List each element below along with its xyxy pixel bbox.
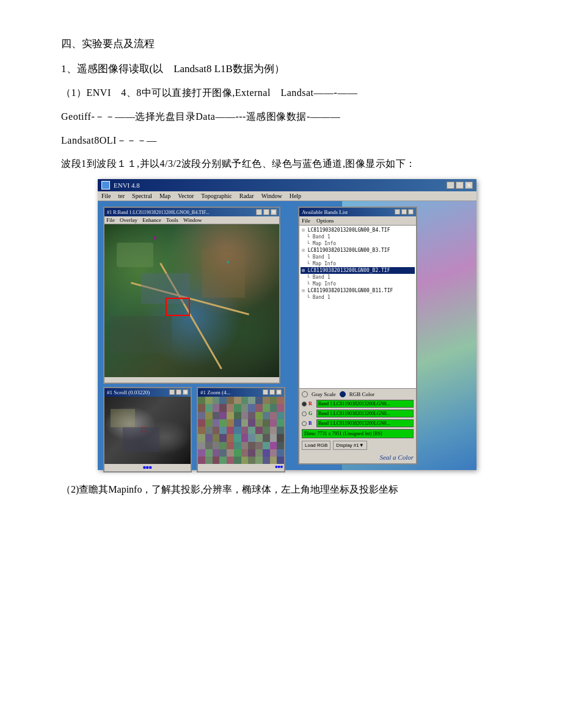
band-b11-band1[interactable]: └ Band 1 xyxy=(301,294,415,301)
px xyxy=(213,449,220,457)
px xyxy=(270,427,277,434)
menu-help[interactable]: Help xyxy=(290,193,301,199)
px xyxy=(277,419,284,427)
band-file-b11[interactable]: ⊞ LC81190382013200LGN00_B11.TIF xyxy=(301,287,415,294)
zoom-image xyxy=(198,397,284,464)
px xyxy=(227,457,234,464)
px xyxy=(270,419,277,427)
gray-scale-radio[interactable] xyxy=(302,391,308,397)
scroll-window: #1 Scroll (0.03220) _ □ ✕ ■■■ xyxy=(103,387,192,472)
px xyxy=(198,457,205,464)
img-menu-window[interactable]: Window xyxy=(183,217,202,223)
px xyxy=(263,419,270,427)
zoom-close[interactable]: ✕ xyxy=(276,389,282,395)
px xyxy=(248,442,255,449)
bands-menu-file[interactable]: File xyxy=(302,218,310,224)
px xyxy=(270,397,277,404)
menu-map[interactable]: Map xyxy=(159,193,170,199)
px xyxy=(234,404,241,411)
display-button[interactable]: Display #1▼ xyxy=(333,441,367,450)
bands-maximize[interactable]: □ xyxy=(401,209,407,215)
bands-close[interactable]: ✕ xyxy=(408,209,414,215)
spot1 xyxy=(153,237,156,240)
img-win-controls[interactable]: _ □ ✕ xyxy=(256,209,277,215)
band-b3-mapinfo[interactable]: └ Map Info xyxy=(301,260,415,267)
b-radio[interactable] xyxy=(302,421,307,426)
main-image-window: #1 R:Band 1:LC81190382013200LGNO0_B4.TIF… xyxy=(103,207,280,384)
img-maximize[interactable]: □ xyxy=(263,209,269,215)
px xyxy=(205,434,213,441)
load-rgb-button[interactable]: Load RGB xyxy=(302,441,330,450)
sat-bg xyxy=(104,224,279,377)
px xyxy=(205,427,213,434)
scroll-minimize[interactable]: _ xyxy=(169,389,175,395)
g-label: G xyxy=(308,411,315,416)
scroll-win-controls[interactable]: _ □ ✕ xyxy=(169,389,188,395)
bands-menu-options[interactable]: Options xyxy=(316,218,334,224)
zoom-minimize[interactable]: _ xyxy=(263,389,268,395)
band-b2-mapinfo[interactable]: └ Map Info xyxy=(301,281,415,287)
load-row: Load RGB Display #1▼ xyxy=(302,441,414,450)
minimize-button[interactable]: _ xyxy=(447,182,454,189)
zoom-win-controls[interactable]: _ □ ✕ xyxy=(263,389,282,395)
img-menu-tools[interactable]: Tools xyxy=(166,217,178,223)
img-menu-enhance[interactable]: Enhance xyxy=(142,217,161,223)
menu-radar[interactable]: Radar xyxy=(239,193,254,199)
px xyxy=(234,419,241,427)
px xyxy=(205,412,213,419)
img-minimize[interactable]: _ xyxy=(256,209,262,215)
b-label: B xyxy=(308,421,315,426)
px xyxy=(263,442,270,449)
bands-minimize[interactable]: _ xyxy=(395,209,400,215)
px xyxy=(234,434,241,441)
band-b2-band1[interactable]: └ Band 1 xyxy=(301,274,415,281)
band-b4-band1[interactable]: └ Band 1 xyxy=(301,233,415,240)
envi-win-controls[interactable]: _ □ ✕ xyxy=(447,182,473,189)
px xyxy=(241,404,249,411)
scroll-maximize[interactable]: □ xyxy=(176,389,181,395)
bottom-note: （2)查瞻其Mapinfo，了解其投影,分辨率，椭球体，左上角地理坐标及投影坐标 xyxy=(61,481,513,499)
px xyxy=(255,419,263,427)
img-menu-file[interactable]: File xyxy=(106,217,115,223)
b-band-selector[interactable]: Band 1:LC81190382013200LGN0... xyxy=(316,419,414,427)
bands-list[interactable]: ⊞ LC81190382013200LGN00_B4.TIF └ Band 1 … xyxy=(299,226,416,388)
g-radio[interactable] xyxy=(302,411,307,416)
img-close[interactable]: ✕ xyxy=(271,209,277,215)
band-b3-band1[interactable]: └ Band 1 xyxy=(301,254,415,260)
menu-ter[interactable]: ter xyxy=(119,193,125,199)
bands-title-text: Available Bands List xyxy=(302,209,348,215)
maximize-button[interactable]: □ xyxy=(456,182,464,189)
close-button[interactable]: ✕ xyxy=(465,182,473,189)
bands-win-controls[interactable]: _ □ ✕ xyxy=(395,209,414,215)
menu-window[interactable]: Window xyxy=(261,193,282,199)
band-file-b3[interactable]: ⊞ LC81190382013200LGN00_B3.TIF xyxy=(301,247,415,254)
px xyxy=(213,442,220,449)
img-menu-overlay[interactable]: Overlay xyxy=(120,217,137,223)
px xyxy=(277,412,284,419)
scale-radio-row: Gray Scale RGB Color xyxy=(302,391,414,397)
scroll-detail-2 xyxy=(123,427,159,452)
r-band-selector[interactable]: Band 1:LC81190382013200LGN0... xyxy=(316,400,414,408)
px xyxy=(227,442,234,449)
px xyxy=(270,457,277,464)
menu-topographic[interactable]: Topographic xyxy=(201,193,232,199)
band-file-b2[interactable]: ⊞ LC81190382013200LGN00_B2.TIF xyxy=(301,267,415,274)
g-band-selector[interactable]: Band 1:LC81190382013200LGN0... xyxy=(316,410,414,417)
band-file-b4[interactable]: ⊞ LC81190382013200LGN00_B4.TIF xyxy=(301,227,415,233)
left-panel: #1 R:Band 1:LC81190382013200LGNO0_B4.TIF… xyxy=(100,204,296,468)
px xyxy=(248,397,255,404)
gray-scale-label: Gray Scale xyxy=(312,391,336,397)
band-b4-mapinfo[interactable]: └ Map Info xyxy=(301,240,415,247)
r-radio[interactable] xyxy=(302,402,307,406)
subsection-title: 1、遥感图像得读取(以 Landsat8 L1B数据为例） xyxy=(61,62,513,76)
menu-spectral[interactable]: Spectral xyxy=(132,193,152,199)
px xyxy=(227,404,234,411)
px xyxy=(255,449,263,457)
menu-file[interactable]: File xyxy=(101,193,111,199)
dims-bar: Dims: 7731 x 7951 (Unsigned Int) [BS] xyxy=(302,429,414,438)
px xyxy=(277,397,284,404)
zoom-maximize[interactable]: □ xyxy=(269,389,275,395)
menu-vector[interactable]: Vector xyxy=(178,193,194,199)
scroll-close[interactable]: ✕ xyxy=(183,389,188,395)
rgb-color-radio[interactable] xyxy=(340,391,346,397)
